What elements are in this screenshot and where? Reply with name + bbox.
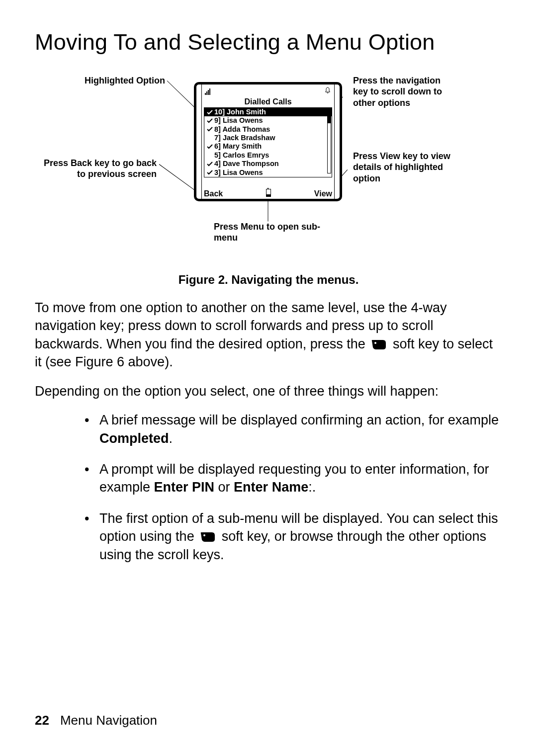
leader-line (159, 164, 196, 191)
list-item[interactable]: 5] Carlos Emrys (204, 151, 332, 160)
callout-view: Press View key to view details of highli… (353, 151, 462, 184)
figure-caption: Figure 2. Navigating the menus. (35, 273, 502, 287)
figure-2: Highlighted Option Press Back key to go … (75, 77, 462, 261)
softkey-view[interactable]: View (314, 189, 332, 198)
signal-icon (205, 88, 210, 95)
check-icon (206, 127, 213, 132)
svg-point-1 (203, 534, 205, 536)
list-item[interactable]: 8] Adda Thomas (204, 125, 332, 134)
outcome-list: A brief message will be displayed confir… (35, 411, 502, 564)
section-name: Menu Navigation (60, 713, 157, 728)
softkey-icon (371, 336, 387, 347)
list-item: A brief message will be displayed confir… (85, 411, 502, 447)
check-icon (206, 110, 213, 115)
page-footer: 22Menu Navigation (35, 713, 157, 728)
call-list: 10] John Smith 9] Lisa Owens 8] Adda Tho… (204, 107, 332, 177)
bell-icon (324, 87, 331, 96)
softkey-menu-icon[interactable] (266, 189, 271, 198)
list-item: The first option of a sub-menu will be d… (85, 509, 502, 564)
page-number: 22 (35, 713, 49, 728)
list-item[interactable]: 7] Jack Bradshaw (204, 134, 332, 142)
svg-point-0 (374, 342, 376, 344)
callout-back: Press Back key to go back to previous sc… (40, 158, 157, 180)
paragraph-2: Depending on the option you select, one … (35, 382, 502, 400)
check-icon (206, 170, 213, 175)
leader-line (268, 199, 268, 221)
phone-screen: Dialled Calls 10] John Smith 9] Lisa Owe… (194, 82, 342, 201)
callout-menu: Press Menu to open sub-menu (214, 221, 323, 244)
check-icon (206, 162, 213, 167)
callout-nav: Press the navigation key to scroll down … (353, 75, 455, 109)
softkey-back[interactable]: Back (204, 189, 223, 198)
list-item[interactable]: 9] Lisa Owens (204, 116, 332, 125)
list-item[interactable]: 10] John Smith (204, 108, 332, 116)
check-icon (206, 118, 213, 123)
list-item[interactable]: 4] Dave Thompson (204, 160, 332, 168)
page-heading: Moving To and Selecting a Menu Option (35, 29, 502, 56)
scrollbar[interactable] (327, 110, 331, 173)
status-bar (202, 84, 334, 97)
paragraph-1: To move from one option to another on th… (35, 299, 502, 371)
softkey-icon (200, 529, 216, 540)
list-item: A prompt will be displayed requesting yo… (85, 460, 502, 497)
list-item[interactable]: 6] Mary Smith (204, 142, 332, 151)
screen-title: Dialled Calls (202, 97, 334, 107)
callout-highlighted: Highlighted Option (60, 75, 165, 86)
list-item[interactable]: 3] Lisa Owens (204, 168, 332, 177)
check-icon (206, 144, 213, 149)
